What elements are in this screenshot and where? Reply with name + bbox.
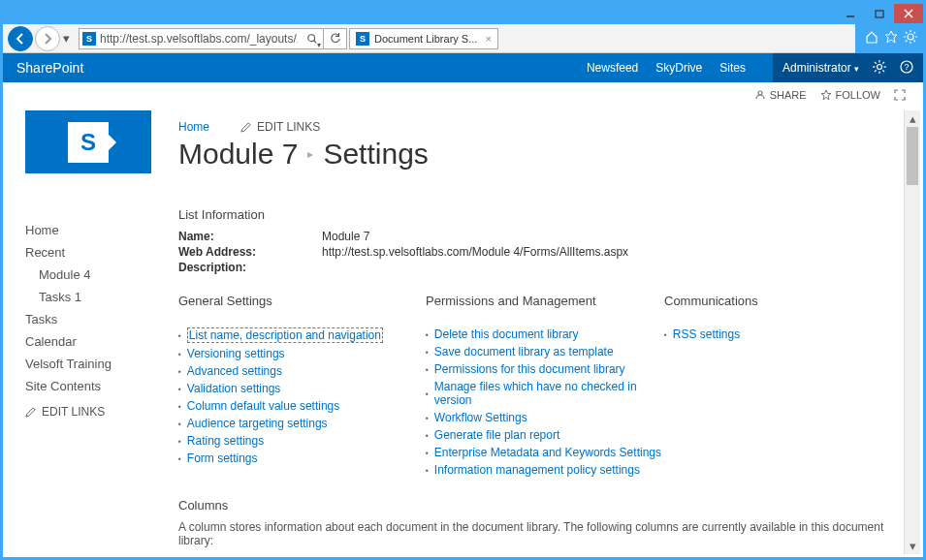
name-label: Name:: [178, 230, 322, 243]
ribbon-row: SHARE FOLLOW: [3, 82, 923, 108]
leftnav-velsoft-training[interactable]: Velsoft Training: [25, 353, 169, 375]
main-panel: List Information Name:Module 7 Web Addre…: [178, 207, 904, 554]
scroll-thumb[interactable]: [907, 127, 918, 185]
link-form-settings[interactable]: Form settings: [187, 451, 258, 465]
communications-heading: Communications: [664, 294, 758, 308]
svg-point-4: [307, 34, 314, 41]
page-header: S Home EDIT LINKS Module 7 ▸ Settings: [6, 110, 920, 207]
svg-line-23: [882, 62, 884, 64]
leftnav-edit-links[interactable]: EDIT LINKS: [25, 405, 169, 419]
topnav-home[interactable]: Home: [178, 120, 209, 134]
newsfeed-link[interactable]: Newsfeed: [587, 61, 638, 75]
svg-line-12: [914, 41, 916, 43]
svg-text:?: ?: [904, 62, 909, 72]
svg-point-15: [878, 64, 882, 69]
link-rating[interactable]: Rating settings: [187, 434, 264, 448]
link-rss-settings[interactable]: RSS settings: [673, 327, 740, 341]
favorites-icon[interactable]: [884, 30, 898, 47]
search-button[interactable]: ▾: [301, 28, 324, 49]
page-title: Module 7 ▸ Settings: [178, 138, 920, 171]
top-nav: Home EDIT LINKS: [178, 120, 920, 134]
link-validation[interactable]: Validation settings: [187, 382, 281, 395]
svg-line-13: [906, 41, 908, 43]
svg-line-22: [875, 70, 877, 72]
scroll-down-icon[interactable]: ▾: [905, 538, 920, 554]
description-label: Description:: [178, 261, 322, 274]
link-save-template[interactable]: Save document library as template: [434, 345, 614, 358]
link-workflow[interactable]: Workflow Settings: [434, 411, 527, 424]
link-permissions[interactable]: Permissions for this document library: [434, 362, 625, 376]
settings-gear-icon[interactable]: [873, 60, 886, 77]
share-button[interactable]: SHARE: [754, 89, 807, 101]
scroll-up-icon[interactable]: ▴: [905, 110, 920, 127]
focus-button[interactable]: [894, 89, 906, 101]
svg-rect-1: [876, 11, 883, 17]
link-enterprise-metadata[interactable]: Enterprise Metadata and Keywords Setting…: [434, 446, 661, 459]
leftnav-module4[interactable]: Module 4: [25, 264, 169, 286]
follow-button[interactable]: FOLLOW: [820, 89, 880, 101]
sharepoint-favicon-icon: S: [356, 32, 369, 46]
webaddress-label: Web Address:: [178, 245, 322, 259]
tab-title: Document Library S...: [374, 33, 477, 45]
topnav-edit-links[interactable]: EDIT LINKS: [240, 120, 320, 134]
svg-line-21: [882, 70, 884, 72]
link-delete-library[interactable]: Delete this document library: [434, 327, 579, 341]
site-logo[interactable]: S: [25, 110, 151, 173]
url-input[interactable]: [100, 32, 298, 46]
perms-mgmt-heading: Permissions and Management: [426, 294, 664, 308]
title-settings: Settings: [323, 138, 428, 171]
link-info-policy[interactable]: Information management policy settings: [434, 463, 640, 477]
link-file-plan[interactable]: Generate file plan report: [434, 428, 559, 442]
link-audience-targeting[interactable]: Audience targeting settings: [187, 417, 328, 430]
suite-bar: SharePoint Newsfeed SkyDrive Sites Admin…: [3, 53, 923, 82]
browser-toolbar: ▾ S ▾ S Document Library S... ×: [3, 24, 923, 53]
browser-tab[interactable]: S Document Library S... ×: [349, 28, 498, 49]
leftnav-site-contents[interactable]: Site Contents: [25, 375, 169, 397]
refresh-button[interactable]: [324, 28, 347, 49]
leftnav-tasks1[interactable]: Tasks 1: [25, 286, 169, 308]
link-versioning[interactable]: Versioning settings: [187, 347, 285, 360]
vertical-scrollbar[interactable]: ▴ ▾: [904, 110, 920, 554]
link-list-name-desc-nav[interactable]: List name, description and navigation: [187, 327, 383, 343]
back-button[interactable]: [8, 26, 33, 51]
sites-link[interactable]: Sites: [719, 61, 746, 75]
chevron-right-icon: ▸: [307, 147, 313, 161]
leftnav-home[interactable]: Home: [25, 219, 169, 241]
tools-icon[interactable]: [904, 30, 917, 47]
list-info-heading: List Information: [178, 207, 894, 222]
svg-line-5: [313, 40, 316, 43]
columns-section: Columns A column stores information abou…: [178, 498, 894, 554]
left-nav: Home Recent Module 4 Tasks 1 Tasks Calen…: [6, 207, 178, 554]
close-button[interactable]: [894, 4, 923, 23]
home-icon[interactable]: [865, 30, 878, 47]
maximize-button[interactable]: [865, 4, 894, 23]
pencil-icon: [240, 122, 251, 133]
leftnav-tasks[interactable]: Tasks: [25, 308, 169, 330]
window-titlebar: [3, 3, 923, 24]
svg-point-6: [908, 34, 913, 40]
leftnav-recent[interactable]: Recent: [25, 241, 169, 264]
sharepoint-favicon-icon: S: [82, 32, 96, 46]
name-value: Module 7: [322, 230, 369, 243]
window-frame: ▾ S ▾ S Document Library S... × SharePoi…: [0, 0, 926, 560]
user-menu[interactable]: Administrator ▾: [782, 61, 859, 75]
nav-history-dropdown[interactable]: ▾: [61, 31, 71, 46]
link-advanced[interactable]: Advanced settings: [187, 364, 282, 378]
skydrive-link[interactable]: SkyDrive: [655, 61, 702, 75]
sharepoint-logo-icon: S: [68, 122, 109, 163]
general-settings-heading: General Settings: [178, 294, 426, 308]
help-icon[interactable]: ?: [900, 60, 913, 77]
forward-button[interactable]: [35, 26, 60, 51]
link-manage-no-checkedin[interactable]: Manage files which have no checked in ve…: [434, 380, 664, 407]
minimize-button[interactable]: [836, 4, 865, 23]
svg-line-14: [914, 32, 916, 34]
leftnav-calendar[interactable]: Calendar: [25, 330, 169, 353]
brand-label: SharePoint: [16, 60, 83, 76]
address-bar[interactable]: S: [79, 28, 302, 49]
breadcrumb-module[interactable]: Module 7: [178, 138, 298, 171]
link-column-defaults[interactable]: Column default value settings: [187, 399, 339, 413]
tab-close-button[interactable]: ×: [485, 33, 491, 45]
svg-point-26: [758, 91, 762, 95]
content-area: S Home EDIT LINKS Module 7 ▸ Settings: [6, 110, 920, 554]
svg-line-11: [906, 32, 908, 34]
